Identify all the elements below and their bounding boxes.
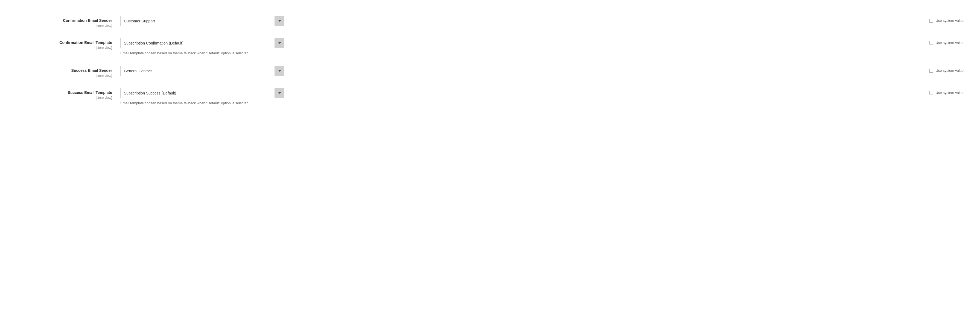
system-value-label-confirmation-email-template[interactable]: Use system value (929, 41, 964, 45)
form-row-success-email-sender: Success Email Sender[store view]General … (16, 61, 964, 83)
system-value-text-success-email-template: Use system value (935, 91, 964, 95)
label-cell-confirmation-email-template: Confirmation Email Template[store view] (16, 38, 120, 50)
system-value-label-success-email-sender[interactable]: Use system value (929, 68, 964, 73)
system-value-text-confirmation-email-template: Use system value (935, 41, 964, 45)
select-wrapper-success-email-sender: General ContactSales RepresentativeCusto… (120, 66, 285, 76)
field-label-confirmation-email-sender: Confirmation Email Sender (16, 18, 112, 24)
form-row-success-email-template: Success Email Template[store view]Subscr… (16, 83, 964, 111)
store-view-badge-confirmation-email-template: [store view] (16, 46, 112, 50)
system-value-checkbox-success-email-sender[interactable] (929, 69, 933, 73)
system-value-label-confirmation-email-sender[interactable]: Use system value (929, 19, 964, 23)
label-cell-confirmation-email-sender: Confirmation Email Sender[store view] (16, 16, 120, 28)
select-wrapper-confirmation-email-template: Subscription Confirmation (Default) (120, 38, 285, 48)
select-wrapper-success-email-template: Subscription Success (Default) (120, 88, 285, 98)
select-wrapper-confirmation-email-sender: General ContactSales RepresentativeCusto… (120, 16, 285, 26)
system-value-cell-confirmation-email-sender: Use system value (929, 16, 964, 23)
select-success-email-sender[interactable]: General ContactSales RepresentativeCusto… (120, 66, 285, 76)
select-success-email-template[interactable]: Subscription Success (Default) (120, 88, 285, 98)
control-cell-confirmation-email-sender: General ContactSales RepresentativeCusto… (120, 16, 929, 26)
system-value-text-success-email-sender: Use system value (935, 68, 964, 73)
system-value-cell-success-email-template: Use system value (929, 88, 964, 95)
hint-text-success-email-template: Email template chosen based on theme fal… (120, 100, 285, 106)
form-row-confirmation-email-sender: Confirmation Email Sender[store view]Gen… (16, 11, 964, 33)
form-rows: Confirmation Email Sender[store view]Gen… (16, 11, 964, 111)
label-cell-success-email-template: Success Email Template[store view] (16, 88, 120, 100)
control-cell-success-email-template: Subscription Success (Default)Email temp… (120, 88, 929, 106)
field-label-success-email-sender: Success Email Sender (16, 68, 112, 73)
form-row-confirmation-email-template: Confirmation Email Template[store view]S… (16, 33, 964, 61)
select-confirmation-email-sender[interactable]: General ContactSales RepresentativeCusto… (120, 16, 285, 26)
select-confirmation-email-template[interactable]: Subscription Confirmation (Default) (120, 38, 285, 48)
label-cell-success-email-sender: Success Email Sender[store view] (16, 66, 120, 78)
system-value-checkbox-confirmation-email-sender[interactable] (929, 19, 933, 23)
system-value-label-success-email-template[interactable]: Use system value (929, 91, 964, 95)
control-cell-success-email-sender: General ContactSales RepresentativeCusto… (120, 66, 929, 76)
store-view-badge-confirmation-email-sender: [store view] (16, 24, 112, 28)
form-container: Confirmation Email Sender[store view]Gen… (0, 0, 980, 122)
system-value-checkbox-success-email-template[interactable] (929, 91, 933, 95)
field-label-confirmation-email-template: Confirmation Email Template (16, 40, 112, 46)
system-value-checkbox-confirmation-email-template[interactable] (929, 41, 933, 44)
system-value-cell-confirmation-email-template: Use system value (929, 38, 964, 45)
store-view-badge-success-email-sender: [store view] (16, 74, 112, 78)
store-view-badge-success-email-template: [store view] (16, 96, 112, 100)
field-label-success-email-template: Success Email Template (16, 90, 112, 95)
system-value-cell-success-email-sender: Use system value (929, 66, 964, 73)
hint-text-confirmation-email-template: Email template chosen based on theme fal… (120, 51, 285, 56)
control-cell-confirmation-email-template: Subscription Confirmation (Default)Email… (120, 38, 929, 56)
system-value-text-confirmation-email-sender: Use system value (935, 19, 964, 23)
